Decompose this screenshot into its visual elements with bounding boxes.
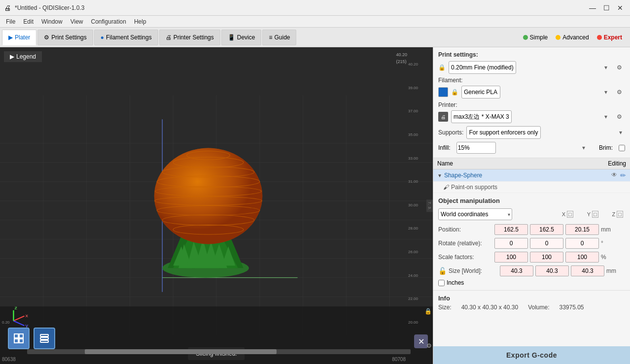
rotate-row: Rotate (relative): ° xyxy=(438,238,625,249)
position-z[interactable] xyxy=(565,224,599,235)
tab-guide-label: Guide xyxy=(274,34,290,41)
menu-file[interactable]: File xyxy=(2,17,19,26)
3d-viewport-canvas[interactable]: x y z xyxy=(0,47,433,364)
inches-row: Inches xyxy=(438,279,625,286)
menu-configuration[interactable]: Configuration xyxy=(87,17,130,26)
rotate-z[interactable] xyxy=(565,238,599,249)
position-row: Position: mm xyxy=(438,224,625,235)
print-profile-settings-icon[interactable]: ⚙ xyxy=(613,62,625,73)
rotate-x[interactable] xyxy=(494,238,528,249)
info-size-value: 40.30 x 40.30 x 40.30 xyxy=(461,304,518,311)
mode-simple[interactable]: Simple xyxy=(521,33,550,42)
size-x[interactable] xyxy=(500,265,533,276)
svg-text:x: x xyxy=(26,313,29,318)
viewport[interactable]: ▶ Legend xyxy=(0,47,433,364)
object-name-row: ▼ Shape-Sphere xyxy=(437,172,572,179)
print-profile-select[interactable]: 0.20mm Fine (modified) xyxy=(449,61,516,74)
scale-label: Scale factors: xyxy=(438,254,492,261)
close-status-button[interactable]: ✕ xyxy=(414,334,428,348)
svg-rect-50 xyxy=(14,334,18,338)
menu-edit[interactable]: Edit xyxy=(19,17,37,26)
view-layers-button[interactable] xyxy=(34,328,55,349)
tab-print-settings[interactable]: ⚙ Print Settings xyxy=(37,30,93,45)
tab-print-settings-label: Print Settings xyxy=(51,34,86,41)
size-label: Size [World]: xyxy=(449,267,498,274)
tab-guide[interactable]: ≡ Guide xyxy=(262,30,296,45)
tab-printer-settings[interactable]: 🖨 Printer Settings xyxy=(159,30,220,45)
z-axis-header: Z □ xyxy=(612,211,623,217)
view-3d-button[interactable] xyxy=(8,328,30,349)
tab-device[interactable]: 📱 Device xyxy=(221,30,262,45)
svg-rect-56 xyxy=(40,340,48,342)
infill-select[interactable]: 15% xyxy=(456,142,496,154)
inches-checkbox[interactable] xyxy=(438,280,445,286)
h-scrollbar-thumb[interactable] xyxy=(85,349,277,354)
export-gcode-button[interactable]: Export G-code xyxy=(433,346,630,364)
h-scrollbar[interactable] xyxy=(27,349,411,354)
scale-y[interactable] xyxy=(530,252,563,263)
supports-select[interactable]: For support enforcers only xyxy=(466,126,541,139)
svg-rect-52 xyxy=(14,339,18,343)
info-volume-label: Volume: xyxy=(528,304,549,311)
supports-row: Supports: For support enforcers only xyxy=(438,126,625,139)
info-row: Size: 40.30 x 40.30 x 40.30 Volume: 3397… xyxy=(438,304,625,311)
scale-z[interactable] xyxy=(565,252,599,263)
advanced-dot xyxy=(556,35,560,40)
menu-help[interactable]: Help xyxy=(130,17,150,26)
menu-view[interactable]: View xyxy=(67,17,87,26)
sub-item-label: Paint-on supports xyxy=(451,184,497,191)
position-x[interactable] xyxy=(494,224,528,235)
legend-bar[interactable]: ▶ Legend xyxy=(4,51,42,62)
filament-select[interactable]: Generic PLA xyxy=(461,86,500,99)
printer-settings-icon-btn[interactable]: ⚙ xyxy=(613,111,625,123)
maximize-button[interactable]: ☐ xyxy=(600,2,612,14)
scroll-left-label: 80638 xyxy=(2,357,16,362)
collapse-chevron[interactable]: ▼ xyxy=(437,173,442,178)
rotate-y[interactable] xyxy=(530,238,563,249)
tab-plater[interactable]: ▶ Plater xyxy=(2,30,36,45)
mode-advanced[interactable]: Advanced xyxy=(554,33,591,42)
objects-table-section: Name Editing ▼ Shape-Sphere xyxy=(433,158,630,193)
simple-dot xyxy=(523,35,528,40)
filament-label: Filament: xyxy=(438,77,625,84)
sub-item-name: 🖌 Paint-on supports xyxy=(443,184,572,191)
menu-window[interactable]: Window xyxy=(37,17,67,26)
settings-icon-viewport[interactable]: ⚙ xyxy=(426,342,432,349)
minimize-button[interactable]: — xyxy=(587,2,598,14)
titlebar-left: 🖨 *Untitled - QIDISlicer-1.0.3 xyxy=(4,4,84,12)
filament-color-swatch[interactable] xyxy=(438,87,448,97)
legend-arrow: ▶ xyxy=(10,53,14,60)
edit-icon[interactable]: ✏ xyxy=(620,171,626,179)
printer-row: 🖨 max3左边 * X-MAX 3 ⚙ xyxy=(438,110,625,123)
object-name-label: Shape-Sphere xyxy=(444,172,482,179)
mode-expert[interactable]: Expert xyxy=(595,33,624,42)
tab-filament-settings[interactable]: ● Filament Settings xyxy=(94,30,158,45)
size-z[interactable] xyxy=(571,265,604,276)
size-y[interactable] xyxy=(535,265,569,276)
object-actions: 👁 ✏ xyxy=(580,171,626,179)
svg-rect-55 xyxy=(40,337,48,339)
lock-icon-viewport[interactable]: 🔒 xyxy=(424,308,432,315)
scale-x[interactable] xyxy=(494,252,528,263)
lock-icon-size[interactable]: 🔓 xyxy=(438,267,447,275)
lock-icon-print: 🔒 xyxy=(438,64,446,71)
filament-settings-icon[interactable]: ⚙ xyxy=(613,86,625,98)
close-button[interactable]: ✕ xyxy=(614,2,626,14)
guide-icon: ≡ xyxy=(269,34,272,41)
brim-checkbox[interactable] xyxy=(619,145,625,151)
infill-label: Infill: xyxy=(438,144,451,151)
scale-unit: % xyxy=(601,254,611,261)
print-settings-icon: ⚙ xyxy=(44,34,49,41)
printer-select[interactable]: max3左边 * X-MAX 3 xyxy=(451,110,512,123)
right-edge-controls: 7. 3. xyxy=(426,199,433,212)
table-row[interactable]: ▼ Shape-Sphere 👁 ✏ xyxy=(433,169,630,182)
svg-rect-51 xyxy=(19,334,23,338)
y-axis-header: Y □ xyxy=(587,211,598,217)
table-row[interactable]: 🖌 Paint-on supports xyxy=(433,182,630,193)
position-y[interactable] xyxy=(530,224,563,235)
printer-settings-icon: 🖨 xyxy=(166,34,172,41)
right-panel: Print settings: 🔒 0.20mm Fine (modified)… xyxy=(433,47,630,364)
visibility-icon[interactable]: 👁 xyxy=(611,171,617,179)
coord-mode-select[interactable]: World coordinates xyxy=(438,208,512,220)
export-section: Export G-code xyxy=(433,346,630,364)
